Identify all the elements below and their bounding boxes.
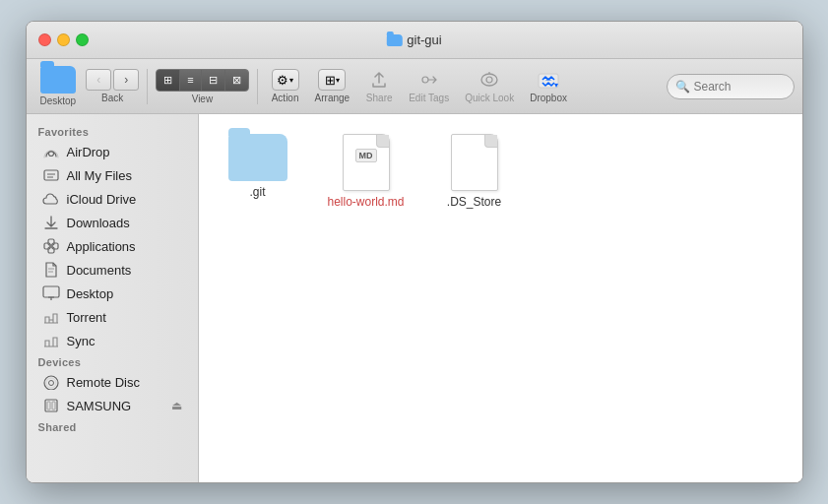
arrange-grid-icon: ⊞ — [325, 73, 336, 88]
downloads-icon — [42, 214, 60, 231]
share-icon — [365, 69, 393, 91]
minimize-button[interactable] — [57, 33, 70, 46]
all-my-files-icon — [42, 166, 60, 184]
share-button[interactable]: Share — [359, 67, 399, 105]
arrange-chevron-icon: ▾ — [336, 76, 340, 85]
all-my-files-label: All My Files — [67, 168, 132, 183]
file-item-ds-store[interactable]: .DS_Store — [435, 134, 514, 209]
torrent-icon — [42, 308, 60, 326]
svg-point-2 — [486, 77, 492, 83]
icloud-drive-icon — [42, 190, 60, 208]
maximize-button[interactable] — [76, 33, 89, 46]
svg-rect-8 — [44, 170, 58, 180]
quick-look-icon — [476, 69, 503, 91]
content-area: .git MD hello-world.md .DS_Store — [199, 114, 802, 482]
sidebar-item-downloads[interactable]: Downloads — [31, 211, 194, 234]
close-button[interactable] — [38, 33, 51, 46]
airdrop-icon — [42, 143, 60, 160]
devices-section-title: Devices — [27, 352, 198, 370]
share-label: Share — [366, 93, 393, 103]
finder-window: git-gui Desktop ‹ › Back ⊞ ≡ — [26, 21, 803, 483]
toolbar-divider-2 — [257, 69, 258, 104]
back-button[interactable]: ‹ — [86, 69, 111, 91]
dropbox-button[interactable]: ▾ Dropbox — [524, 67, 573, 105]
quick-look-button[interactable]: Quick Look — [459, 67, 520, 105]
arrange-label: Arrange — [315, 93, 350, 103]
action-icon: ⚙ ▾ — [272, 69, 299, 91]
samsung-icon — [42, 397, 60, 414]
search-icon: 🔍 — [675, 80, 690, 94]
view-icon-btn[interactable]: ⊞ — [157, 70, 180, 91]
md-file-icon: MD — [343, 134, 390, 191]
svg-rect-12 — [44, 243, 50, 249]
remote-disc-label: Remote Disc — [67, 375, 140, 390]
samsung-eject-button[interactable]: ⏏ — [171, 399, 182, 412]
view-list-btn[interactable]: ≡ — [180, 70, 201, 91]
sidebar-item-applications[interactable]: Applications — [31, 234, 194, 258]
sidebar-item-documents[interactable]: Documents — [31, 258, 194, 282]
edit-tags-icon — [415, 69, 443, 91]
hello-world-md-label: hello-world.md — [327, 195, 404, 209]
sidebar-item-icloud-drive[interactable]: iCloud Drive — [31, 187, 194, 211]
action-label: Action — [272, 93, 299, 103]
samsung-label: SAMSUNG — [67, 399, 132, 413]
search-input[interactable] — [694, 80, 783, 94]
icon-view-icon: ⊞ — [163, 74, 172, 87]
icloud-drive-label: iCloud Drive — [67, 192, 137, 207]
desktop-sidebar-label: Desktop — [67, 286, 114, 301]
applications-icon — [42, 237, 60, 255]
action-chevron-icon: ▾ — [289, 76, 293, 85]
forward-button[interactable]: › — [113, 69, 139, 91]
svg-rect-25 — [47, 402, 50, 410]
toolbar: Desktop ‹ › Back ⊞ ≡ ⊟ — [27, 59, 802, 114]
remote-disc-icon — [42, 373, 60, 391]
back-label: Back — [101, 93, 123, 103]
edit-tags-label: Edit Tags — [409, 93, 449, 103]
sidebar-item-sync[interactable]: Sync — [31, 329, 194, 352]
git-folder-icon — [228, 134, 287, 181]
list-view-icon: ≡ — [187, 74, 193, 86]
sync-label: Sync — [67, 334, 96, 348]
sidebar-item-all-my-files[interactable]: All My Files — [31, 163, 194, 187]
svg-point-22 — [48, 381, 53, 386]
torrent-label: Torrent — [67, 310, 106, 325]
dropbox-label: Dropbox — [530, 93, 567, 103]
svg-point-1 — [481, 74, 497, 86]
desktop-button[interactable]: Desktop — [34, 64, 83, 108]
svg-rect-15 — [48, 247, 54, 253]
file-item-git[interactable]: .git — [219, 134, 297, 199]
search-box: 🔍 — [667, 74, 795, 99]
svg-rect-26 — [52, 402, 55, 410]
view-column-btn[interactable]: ⊟ — [202, 70, 225, 91]
git-folder-label: .git — [249, 185, 265, 199]
view-button-group: ⊞ ≡ ⊟ ⊠ — [156, 69, 248, 92]
sidebar-item-desktop[interactable]: Desktop — [31, 282, 194, 305]
sidebar-item-samsung[interactable]: SAMSUNG ⏏ — [31, 394, 194, 417]
view-label: View — [192, 94, 214, 104]
file-item-hello-world-md[interactable]: MD hello-world.md — [327, 134, 406, 209]
titlebar: git-gui — [27, 22, 802, 59]
downloads-label: Downloads — [67, 216, 130, 230]
sidebar: Favorites AirDrop — [27, 114, 199, 482]
edit-tags-button[interactable]: Edit Tags — [403, 67, 455, 105]
view-coverflow-btn[interactable]: ⊠ — [225, 70, 248, 91]
documents-label: Documents — [67, 263, 132, 278]
desktop-sidebar-icon — [42, 284, 60, 302]
gear-icon: ⚙ — [277, 73, 288, 88]
airdrop-label: AirDrop — [67, 145, 110, 159]
documents-icon — [42, 261, 60, 279]
toolbar-divider-1 — [147, 69, 148, 104]
shared-section-title: Shared — [27, 417, 198, 435]
ds-store-label: .DS_Store — [447, 195, 501, 209]
svg-point-0 — [422, 77, 428, 83]
md-badge: MD — [355, 149, 377, 162]
action-button[interactable]: ⚙ ▾ Action — [266, 67, 305, 105]
sidebar-item-torrent[interactable]: Torrent — [31, 305, 194, 329]
sidebar-item-remote-disc[interactable]: Remote Disc — [31, 370, 194, 394]
window-title: git-gui — [386, 32, 441, 47]
desktop-label: Desktop — [40, 95, 77, 106]
quick-look-label: Quick Look — [465, 93, 514, 103]
arrange-button[interactable]: ⊞ ▾ Arrange — [309, 67, 356, 105]
title-text: git-gui — [407, 32, 441, 47]
sidebar-item-airdrop[interactable]: AirDrop — [31, 140, 194, 163]
